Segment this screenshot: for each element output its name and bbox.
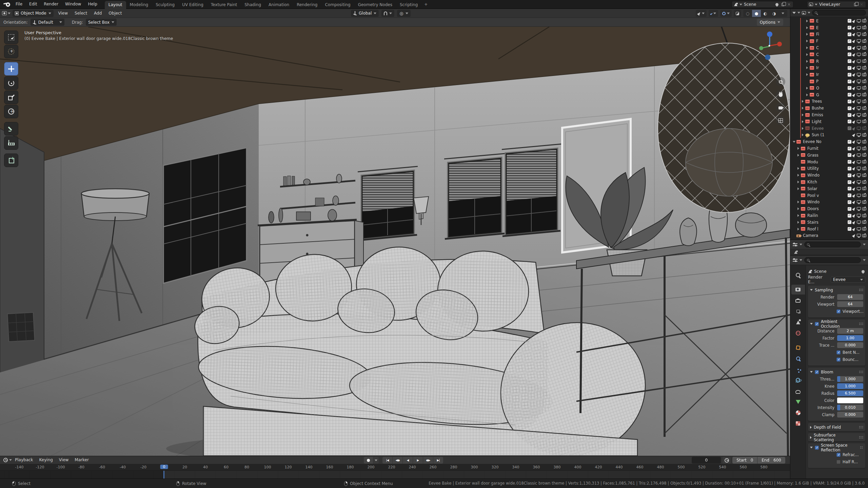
selectable-icon[interactable] bbox=[852, 233, 856, 238]
workspace-tab[interactable]: Geometry Nodes bbox=[354, 1, 396, 9]
hide-viewport-icon[interactable] bbox=[857, 100, 861, 102]
hide-render-icon[interactable] bbox=[862, 140, 866, 143]
exclude-checkbox[interactable] bbox=[848, 113, 851, 117]
drag-handle-icon[interactable] bbox=[860, 446, 863, 449]
selectable-icon[interactable] bbox=[852, 126, 856, 130]
property-value-field[interactable]: 0.010 bbox=[837, 405, 863, 410]
row-label[interactable]: Bushe bbox=[812, 106, 848, 110]
outliner-row[interactable]: O bbox=[790, 85, 868, 92]
start-frame-field[interactable]: Start 0 bbox=[732, 457, 757, 464]
nav-button[interactable] bbox=[776, 116, 785, 125]
row-label[interactable]: Grass bbox=[807, 153, 848, 158]
outliner-row[interactable]: Ir bbox=[790, 71, 868, 78]
tool-button[interactable] bbox=[4, 76, 18, 90]
disclosure-triangle[interactable] bbox=[801, 120, 805, 123]
exclude-checkbox[interactable] bbox=[848, 80, 851, 83]
row-label[interactable]: Trees bbox=[812, 99, 848, 104]
stopwatch-icon[interactable] bbox=[723, 457, 731, 464]
hide-viewport-icon[interactable] bbox=[857, 19, 861, 22]
disclosure-triangle[interactable] bbox=[805, 87, 809, 89]
outliner-row[interactable]: Kitch bbox=[790, 179, 868, 185]
selectable-icon[interactable] bbox=[852, 39, 856, 43]
hide-viewport-icon[interactable] bbox=[857, 120, 861, 123]
menu-item[interactable]: Edit bbox=[26, 0, 40, 8]
outliner-row[interactable]: P bbox=[790, 78, 868, 85]
chevron-down-icon[interactable] bbox=[863, 244, 866, 245]
property-value-field[interactable]: 6.500 bbox=[837, 390, 863, 396]
proportional-edit-toggle[interactable]: ◎ bbox=[397, 10, 410, 17]
timeline-menu-item[interactable]: View bbox=[56, 456, 72, 464]
exclude-checkbox[interactable] bbox=[848, 73, 851, 77]
properties-tab[interactable] bbox=[791, 296, 805, 305]
display-mode-icon[interactable] bbox=[802, 11, 806, 15]
properties-tab[interactable] bbox=[791, 375, 805, 385]
selectable-icon[interactable] bbox=[852, 220, 856, 224]
outliner-row[interactable]: Emiss bbox=[790, 111, 868, 118]
checkbox[interactable] bbox=[836, 460, 841, 464]
hide-viewport-icon[interactable] bbox=[857, 167, 861, 169]
property-value-field[interactable]: 64 bbox=[837, 294, 863, 300]
collapse-triangle-icon[interactable] bbox=[810, 371, 813, 373]
outliner-row[interactable]: Modu bbox=[790, 159, 868, 165]
hide-render-icon[interactable] bbox=[862, 160, 866, 163]
properties-search-input[interactable] bbox=[804, 257, 861, 263]
workspace-tab[interactable]: Scripting bbox=[396, 1, 421, 9]
properties-tab[interactable] bbox=[791, 353, 805, 363]
disclosure-triangle[interactable] bbox=[796, 214, 801, 217]
tool-button[interactable] bbox=[4, 62, 18, 76]
row-label[interactable]: Sun (1 bbox=[812, 133, 848, 137]
section-enable-checkbox[interactable] bbox=[815, 322, 819, 326]
collapse-triangle-icon[interactable] bbox=[810, 289, 813, 291]
outliner-row[interactable]: C bbox=[790, 51, 868, 58]
properties-tab[interactable] bbox=[791, 317, 805, 327]
disclosure-triangle[interactable] bbox=[796, 207, 801, 210]
outliner-row[interactable]: Utility bbox=[790, 165, 868, 172]
hide-render-icon[interactable] bbox=[862, 80, 866, 83]
chevron-down-icon[interactable] bbox=[800, 244, 802, 245]
selectable-icon[interactable] bbox=[852, 133, 856, 137]
property-checkbox-row[interactable]: Bent N... bbox=[810, 349, 863, 356]
exclude-checkbox[interactable] bbox=[848, 33, 851, 36]
transport-button[interactable]: ▶| bbox=[433, 457, 443, 464]
property-value-field[interactable]: 0.000 bbox=[837, 342, 863, 348]
exclude-checkbox[interactable] bbox=[848, 147, 851, 150]
tool-button[interactable] bbox=[4, 136, 18, 150]
subsurface-scattering-section[interactable]: Subsurface Scattering bbox=[808, 433, 865, 441]
hide-viewport-icon[interactable] bbox=[857, 214, 861, 217]
exclude-checkbox[interactable] bbox=[848, 59, 851, 63]
properties-tab[interactable] bbox=[791, 328, 805, 338]
viewport-menu-item[interactable]: Select bbox=[71, 9, 91, 18]
selectable-icon[interactable] bbox=[852, 79, 856, 84]
outliner-row[interactable]: Eevee No bbox=[790, 138, 868, 145]
outliner-row[interactable]: Stairs bbox=[790, 219, 868, 226]
depth-of-field-section[interactable]: Depth of Field bbox=[808, 423, 865, 431]
outliner-row[interactable]: Fi bbox=[790, 31, 868, 38]
disclosure-triangle[interactable] bbox=[805, 46, 809, 49]
properties-tab[interactable] bbox=[791, 285, 805, 294]
row-label[interactable]: R bbox=[816, 59, 848, 64]
row-label[interactable]: C bbox=[816, 52, 848, 57]
timeline-track-area[interactable] bbox=[0, 471, 790, 479]
collapse-triangle-icon[interactable] bbox=[810, 447, 813, 448]
disclosure-triangle[interactable] bbox=[796, 167, 801, 170]
sampling-section-header[interactable]: Sampling bbox=[810, 286, 863, 293]
transport-button[interactable]: |◀ bbox=[382, 457, 392, 464]
hide-viewport-icon[interactable] bbox=[857, 39, 861, 42]
exclude-checkbox[interactable] bbox=[848, 180, 851, 184]
hide-render-icon[interactable] bbox=[862, 66, 866, 69]
outliner-row[interactable]: Windo bbox=[790, 172, 868, 179]
row-label[interactable]: Camera bbox=[803, 233, 848, 238]
hide-render-icon[interactable] bbox=[862, 86, 866, 89]
disclosure-triangle[interactable] bbox=[801, 114, 805, 116]
properties-tab[interactable] bbox=[791, 343, 805, 352]
hide-viewport-icon[interactable] bbox=[857, 180, 861, 183]
row-label[interactable]: Emiss bbox=[812, 113, 848, 117]
snap-toggle[interactable] bbox=[381, 10, 394, 17]
exclude-checkbox[interactable] bbox=[848, 220, 851, 224]
timeline-menu-item[interactable]: Keying bbox=[36, 456, 56, 464]
properties-tab[interactable] bbox=[791, 306, 805, 316]
hide-render-icon[interactable] bbox=[862, 234, 866, 237]
timeline-ruler[interactable]: -140-120-100-80-60-40-200204060801001201… bbox=[0, 464, 790, 471]
outliner-row[interactable]: Roof l bbox=[790, 226, 868, 232]
disclosure-triangle[interactable] bbox=[805, 26, 809, 29]
